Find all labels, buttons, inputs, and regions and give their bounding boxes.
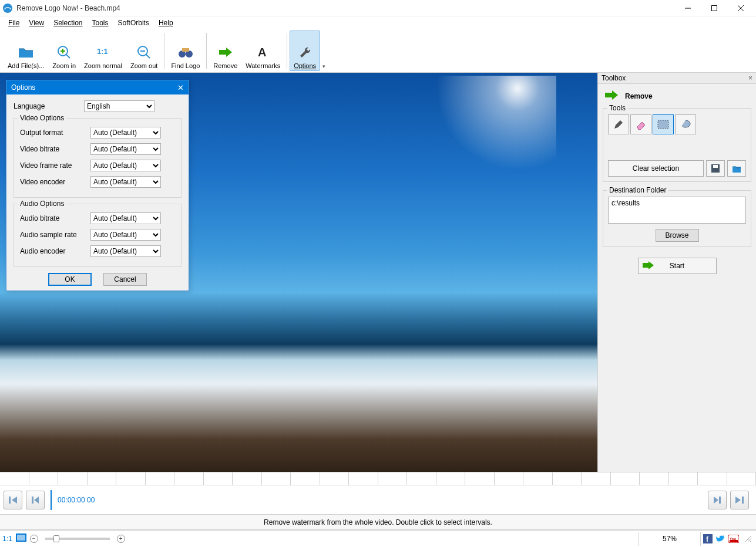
remove-button[interactable]: Remove bbox=[209, 31, 241, 71]
arrow-right-icon bbox=[642, 261, 655, 272]
status-bar: 1:1 − + 57% f You bbox=[0, 530, 756, 546]
youtube-icon[interactable]: You bbox=[728, 533, 740, 545]
resize-grip-icon[interactable] bbox=[743, 534, 754, 544]
audio-samplerate-select[interactable]: Auto (Default) bbox=[90, 229, 161, 241]
browse-button[interactable]: Browse bbox=[656, 229, 699, 242]
bottom-panel: 00:00:00 00 Remove watermark from the wh… bbox=[0, 472, 756, 547]
svg-rect-31 bbox=[730, 540, 738, 542]
zoom-percent[interactable]: 57% bbox=[639, 532, 701, 546]
menu-selection[interactable]: Selection bbox=[49, 18, 87, 28]
zoom-normal-icon: 1:1 bbox=[96, 43, 111, 61]
timeline-controls: 00:00:00 00 bbox=[0, 485, 756, 515]
toolbox-close-icon[interactable]: × bbox=[748, 74, 752, 82]
svg-text:1:1: 1:1 bbox=[97, 47, 108, 56]
video-encoder-select[interactable]: Auto (Default) bbox=[90, 176, 161, 188]
video-bitrate-select[interactable]: Auto (Default) bbox=[90, 143, 161, 155]
watermark-icon: A bbox=[257, 43, 270, 61]
clear-selection-button[interactable]: Clear selection bbox=[608, 160, 704, 177]
tool-eraser[interactable] bbox=[630, 114, 651, 134]
destination-group: Destination Folder c:\results Browse bbox=[603, 190, 751, 247]
svg-rect-21 bbox=[9, 497, 11, 504]
find-logo-button[interactable]: Find Logo bbox=[167, 31, 204, 71]
start-button[interactable]: Start bbox=[638, 258, 717, 274]
menu-help[interactable]: Help bbox=[154, 18, 178, 28]
twitter-icon[interactable] bbox=[715, 533, 727, 545]
svg-line-34 bbox=[750, 541, 751, 542]
toolbar: Add File(s)... Zoom in 1:1 Zoom normal Z… bbox=[0, 29, 756, 73]
svg-rect-19 bbox=[713, 165, 718, 168]
language-select[interactable]: English bbox=[84, 100, 154, 112]
fit-icon[interactable] bbox=[16, 534, 26, 543]
zoom-out-icon bbox=[136, 43, 152, 61]
minimize-button[interactable] bbox=[674, 0, 701, 16]
toolbox-header: Toolbox × bbox=[598, 73, 756, 84]
zoom-plus-button[interactable]: + bbox=[117, 535, 125, 543]
options-button[interactable]: Options bbox=[290, 31, 320, 71]
svg-rect-22 bbox=[32, 497, 33, 504]
language-label: Language bbox=[14, 102, 84, 110]
binoculars-icon bbox=[177, 43, 194, 61]
zoom-slider[interactable] bbox=[45, 538, 110, 540]
toolbar-overflow-icon[interactable]: ▾ bbox=[320, 63, 328, 71]
svg-line-6 bbox=[66, 55, 70, 58]
output-format-select[interactable]: Auto (Default) bbox=[90, 127, 161, 139]
arrow-right-icon bbox=[604, 90, 619, 102]
save-selection-button[interactable] bbox=[706, 160, 725, 177]
zoom-in-icon bbox=[56, 43, 72, 61]
cancel-button[interactable]: Cancel bbox=[103, 273, 147, 286]
menu-view[interactable]: View bbox=[24, 18, 49, 28]
svg-rect-17 bbox=[658, 120, 668, 129]
menu-file[interactable]: File bbox=[4, 18, 24, 28]
svg-rect-2 bbox=[711, 5, 717, 11]
wrench-icon bbox=[298, 43, 312, 61]
svg-rect-15 bbox=[182, 48, 189, 52]
tools-group: Tools Clear selection bbox=[603, 108, 751, 182]
toolbox-panel: Toolbox × Remove Tools Clear selection bbox=[597, 73, 756, 472]
watermarks-button[interactable]: A Watermarks bbox=[241, 31, 284, 71]
add-files-button[interactable]: Add File(s)... bbox=[4, 31, 48, 71]
folder-icon bbox=[18, 43, 34, 61]
svg-rect-26 bbox=[16, 534, 26, 541]
audio-encoder-select[interactable]: Auto (Default) bbox=[90, 245, 161, 257]
menu-softorbits[interactable]: SoftOrbits bbox=[113, 18, 154, 28]
svg-text:A: A bbox=[258, 46, 266, 59]
step-back-button[interactable] bbox=[26, 491, 45, 509]
menu-bar: File View Selection Tools SoftOrbits Hel… bbox=[0, 16, 756, 29]
tool-pencil[interactable] bbox=[608, 114, 629, 134]
options-dialog: Options ✕ Language English Video Options… bbox=[6, 80, 189, 291]
title-bar: Remove Logo Now! - Beach.mp4 bbox=[0, 0, 756, 16]
video-framerate-select[interactable]: Auto (Default) bbox=[90, 160, 161, 171]
step-forward-button[interactable] bbox=[708, 491, 727, 509]
timeline-hint: Remove watermark from the whole video. D… bbox=[0, 515, 756, 530]
svg-point-0 bbox=[3, 4, 12, 13]
timeline-timestamp: 00:00:00 00 bbox=[58, 496, 95, 504]
skip-forward-button[interactable] bbox=[730, 491, 749, 509]
zoom-in-button[interactable]: Zoom in bbox=[48, 31, 80, 71]
zoom-ratio-label[interactable]: 1:1 bbox=[2, 535, 12, 543]
svg-rect-23 bbox=[719, 497, 721, 504]
tool-marquee[interactable] bbox=[653, 114, 674, 134]
app-icon bbox=[2, 3, 13, 13]
window-title: Remove Logo Now! - Beach.mp4 bbox=[16, 4, 674, 12]
svg-line-11 bbox=[146, 55, 150, 58]
zoom-normal-button[interactable]: 1:1 Zoom normal bbox=[80, 31, 126, 71]
tool-lasso[interactable] bbox=[675, 114, 696, 134]
ok-button[interactable]: OK bbox=[48, 273, 92, 286]
timeline-ruler[interactable] bbox=[0, 472, 756, 485]
dialog-close-icon[interactable]: ✕ bbox=[177, 83, 184, 92]
dialog-title-bar[interactable]: Options ✕ bbox=[6, 80, 189, 94]
destination-folder-input[interactable]: c:\results bbox=[608, 197, 746, 224]
load-selection-button[interactable] bbox=[727, 160, 746, 177]
zoom-out-button[interactable]: Zoom out bbox=[126, 31, 162, 71]
playhead[interactable] bbox=[51, 490, 52, 510]
zoom-minus-button[interactable]: − bbox=[30, 535, 38, 543]
facebook-icon[interactable]: f bbox=[702, 533, 714, 545]
menu-tools[interactable]: Tools bbox=[88, 18, 113, 28]
audio-bitrate-select[interactable]: Auto (Default) bbox=[90, 212, 161, 224]
svg-rect-24 bbox=[742, 497, 744, 504]
skip-back-button[interactable] bbox=[4, 491, 22, 509]
close-button[interactable] bbox=[727, 0, 754, 16]
maximize-button[interactable] bbox=[701, 0, 727, 16]
arrow-right-icon bbox=[218, 43, 233, 61]
